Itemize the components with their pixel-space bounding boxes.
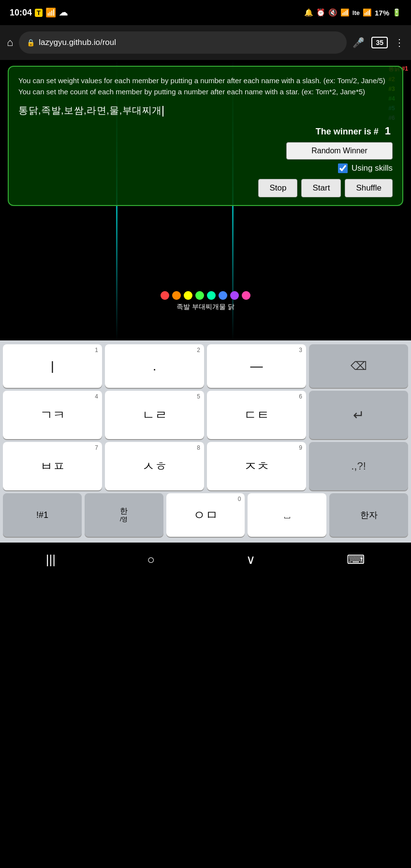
key-char-bp: ㅂㅍ — [40, 460, 65, 472]
back-button[interactable]: ||| — [46, 552, 56, 567]
key-nr[interactable]: 5 ㄴㄹ — [105, 391, 204, 439]
status-bar: 10:04 T 📶 ☁ 🔔 ⏰ 🔇 📶 lte 📶 17% 🔋 — [0, 0, 411, 25]
battery-text: 17% — [375, 9, 389, 17]
browser-bar: ⌂ 🔒 lazygyu.github.io/roul 🎤 35 ⋮ — [0, 25, 411, 60]
keyboard-row-2: 4 ㄱㅋ 5 ㄴㄹ 6 ㄷㅌ ↵ — [3, 391, 408, 439]
signal-icon: 📶 — [45, 7, 56, 18]
dot-3 — [184, 291, 192, 300]
time: 10:04 — [10, 8, 32, 18]
keyboard-row-3: 7 ㅂㅍ 8 ㅅㅎ 9 ㅈㅊ .,?! — [3, 442, 408, 490]
key-om[interactable]: 0 ㅇㅁ — [166, 493, 245, 537]
input-value: 통닭,족발,보쌈,라면,물,부대찌개 — [18, 105, 162, 116]
key-pipe[interactable]: 1 | — [3, 344, 102, 388]
dialog-winner: The winner is # 1 — [18, 125, 393, 137]
key-jch[interactable]: 9 ㅈㅊ — [207, 442, 306, 490]
key-space[interactable]: ⎵ — [248, 493, 326, 537]
mute-icon: 🔇 — [328, 8, 338, 17]
key-number-7: 7 — [95, 444, 98, 451]
key-dot[interactable]: 2 . — [105, 344, 204, 388]
signal2-icon: 📶 — [363, 8, 372, 17]
skills-row: Using skills — [18, 163, 393, 173]
key-char-lang: 한/영 — [120, 507, 128, 523]
url-text: lazygyu.github.io/roul — [39, 38, 339, 47]
stop-button[interactable]: Stop — [258, 179, 297, 197]
shuffle-button[interactable]: Shuffle — [345, 179, 393, 197]
battery-icon: 🔋 — [392, 8, 401, 17]
key-enter[interactable]: ↵ — [309, 391, 408, 439]
key-hanja[interactable]: 한자 — [329, 493, 408, 537]
key-char-gk: ㄱㅋ — [40, 409, 65, 421]
dot-6 — [219, 291, 227, 300]
key-sh[interactable]: 8 ㅅㅎ — [105, 442, 204, 490]
key-number-0: 0 — [238, 496, 241, 502]
key-dash[interactable]: 3 — — [207, 344, 306, 388]
status-left: 10:04 T 📶 ☁ — [10, 7, 68, 18]
home-button[interactable]: ⌂ — [7, 36, 13, 49]
space-icon: ⎵ — [284, 510, 290, 520]
dialog-box: You can set weight values for each membe… — [8, 66, 403, 206]
microphone-icon[interactable]: 🎤 — [352, 37, 365, 48]
nav-bar: ||| ○ ∨ ⌨ — [0, 543, 411, 576]
dialog-input[interactable]: 통닭,족발,보쌈,라면,물,부대찌개 — [18, 104, 393, 117]
dialog-instructions: You can set weight values for each membe… — [18, 75, 393, 97]
dot-4 — [195, 291, 204, 300]
cursor — [162, 106, 163, 117]
key-gk[interactable]: 4 ㄱㅋ — [3, 391, 102, 439]
keyboard-toggle-button[interactable]: ⌨ — [347, 552, 365, 567]
action-buttons-row: Stop Start Shuffle — [18, 179, 393, 197]
browser-actions: 🎤 35 ⋮ — [352, 37, 404, 48]
alarm-icon: 🔔 — [304, 8, 313, 17]
key-symbols[interactable]: !#1 — [3, 493, 82, 537]
key-lang[interactable]: 한/영 — [85, 493, 163, 537]
status-right: 🔔 ⏰ 🔇 📶 lte 📶 17% 🔋 — [304, 8, 401, 17]
key-char-pipe: | — [51, 360, 54, 372]
dot-7 — [230, 291, 239, 300]
using-skills-label: Using skills — [352, 163, 393, 173]
menu-icon[interactable]: ⋮ — [395, 37, 404, 48]
tab-count[interactable]: 35 — [371, 37, 388, 48]
lock-icon: 🔒 — [27, 39, 35, 46]
cloud-icon: ☁ — [59, 7, 68, 18]
key-number-8: 8 — [197, 444, 200, 451]
key-char-dot: . — [153, 360, 156, 372]
home-nav-button[interactable]: ○ — [147, 552, 155, 567]
key-punct[interactable]: .,?! — [309, 442, 408, 490]
key-number-6: 6 — [299, 393, 302, 400]
recent-button[interactable]: ∨ — [246, 552, 255, 567]
delete-icon: ⌫ — [351, 359, 367, 373]
key-number-3: 3 — [299, 347, 302, 353]
dot-1 — [161, 291, 169, 300]
keyboard-row-1: 1 | 2 . 3 — ⌫ — [3, 344, 408, 388]
key-char-om: ㅇㅁ — [193, 509, 218, 521]
roulette-items: 족발 부대찌개물 닭 — [161, 291, 250, 311]
random-winner-row: Random Winner — [18, 142, 393, 160]
using-skills-checkbox[interactable] — [338, 163, 348, 173]
key-delete[interactable]: ⌫ — [309, 344, 408, 388]
dot-5 — [207, 291, 216, 300]
key-char-jch: ㅈㅊ — [244, 460, 269, 472]
url-bar[interactable]: 🔒 lazygyu.github.io/roul — [19, 31, 347, 54]
key-bp[interactable]: 7 ㅂㅍ — [3, 442, 102, 490]
wifi-icon: 📶 — [340, 8, 350, 17]
key-number-2: 2 — [197, 347, 200, 353]
random-winner-button[interactable]: Random Winner — [286, 142, 393, 160]
start-button[interactable]: Start — [301, 179, 341, 197]
clock-icon: ⏰ — [316, 8, 325, 17]
winner-number: 1 — [385, 125, 391, 137]
keyboard-row-4: !#1 한/영 0 ㅇㅁ ⎵ 한자 — [3, 493, 408, 537]
dot-2 — [172, 291, 181, 300]
key-char-dt: ㄷㅌ — [244, 409, 269, 421]
keyboard-area: 1 | 2 . 3 — ⌫ 4 ㄱㅋ 5 ㄴㄹ 6 ㄷㅌ ↵ — [0, 340, 411, 543]
winner-label: The winner is # — [316, 127, 379, 136]
key-number-9: 9 — [299, 444, 302, 451]
key-char-dash: — — [250, 360, 263, 372]
roulette-text: 족발 부대찌개물 닭 — [176, 303, 235, 311]
key-char-symbols: !#1 — [36, 511, 48, 519]
key-number-4: 4 — [95, 393, 98, 400]
key-dt[interactable]: 6 ㄷㅌ — [207, 391, 306, 439]
key-char-hanja: 한자 — [360, 511, 378, 519]
kakao-icon: T — [35, 9, 43, 17]
key-number-5: 5 — [197, 393, 200, 400]
game-area: 통닭 #1 #2 #3 #4 #5 #6 You can set weight … — [0, 60, 411, 340]
dot-8 — [242, 291, 250, 300]
